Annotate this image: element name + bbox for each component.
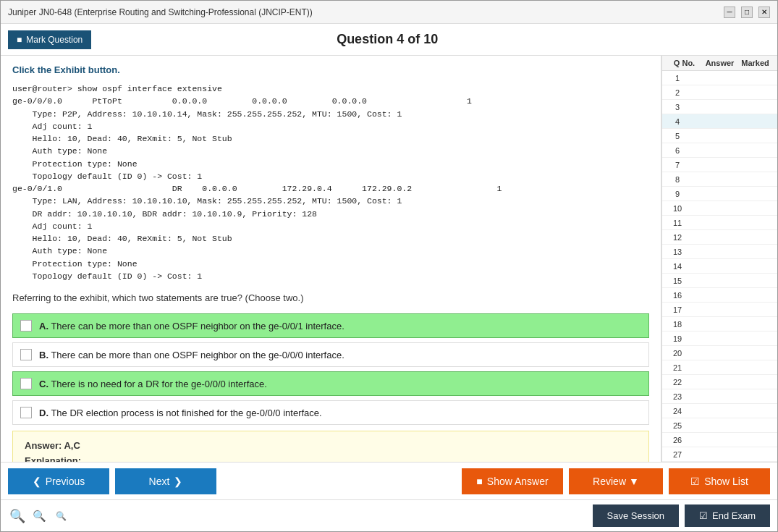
sidebar-row[interactable]: 11 [662,216,777,230]
sidebar-row[interactable]: 15 [662,274,777,288]
question-title: Question 4 of 10 [337,32,438,47]
toolbar: ■ Mark Question Question 4 of 10 [1,24,777,56]
bottom-buttons: ❮ Previous Next ❯ ■ Show Answer Review ▼… [1,462,777,499]
main-window: Juniper JN0-648 (Enterprise Routing and … [0,0,778,532]
show-answer-button[interactable]: ■ Show Answer [462,468,563,494]
sidebar-qno: 8 [667,175,688,184]
checkbox-d[interactable] [20,407,32,418]
sidebar-qno: 11 [667,219,688,227]
review-arrow-icon: ▼ [629,476,639,487]
maximize-button[interactable]: □ [741,7,753,18]
checkbox-a[interactable] [20,320,32,332]
sidebar-row[interactable]: 10 [662,201,777,216]
sidebar-qno: 12 [667,233,688,242]
sidebar-row[interactable]: 4 [662,114,777,129]
sidebar-row[interactable]: 1 [662,71,777,85]
zoom-in-button[interactable]: 🔍 [8,507,27,525]
answer-section: Answer: A,C Explanation: [12,431,649,462]
save-session-button[interactable]: Save Session [593,504,680,527]
sidebar-qno: 16 [667,291,688,300]
sidebar-rows: 1 2 3 4 5 6 7 8 9 10 11 [662,71,777,462]
sidebar-row[interactable]: 27 [662,447,777,462]
exhibit-link[interactable]: Exhibit [54,64,85,75]
title-bar: Juniper JN0-648 (Enterprise Routing and … [1,1,777,24]
sidebar-row[interactable]: 22 [662,375,777,389]
sidebar-row[interactable]: 5 [662,129,777,143]
sidebar-row[interactable]: 14 [662,259,777,274]
sidebar-row[interactable]: 3 [662,100,777,114]
sidebar-row[interactable]: 13 [662,245,777,259]
show-list-button[interactable]: ☑ Show List [669,468,770,494]
checkbox-b[interactable] [20,349,32,360]
review-button[interactable]: Review ▼ [569,468,663,494]
minimize-button[interactable]: ─ [724,7,735,18]
next-button[interactable]: Next ❯ [115,468,216,494]
sidebar-row[interactable]: 16 [662,288,777,303]
sidebar-qno: 21 [667,363,688,372]
sidebar-header-marked: Marked [737,59,773,67]
sidebar-qno: 5 [667,132,688,140]
sidebar-qno: 18 [667,320,688,329]
end-exam-button[interactable]: ☑ End Exam [685,504,770,527]
checkbox-c[interactable] [20,378,32,389]
sidebar-row[interactable]: 8 [662,172,777,187]
option-d-text: D. The DR election process is not finish… [39,408,322,418]
sidebar-qno: 7 [667,161,688,169]
end-exam-icon: ☑ [699,510,708,521]
window-controls: ─ □ ✕ [724,7,770,18]
zoom-normal-button[interactable]: 🔍 [30,507,48,525]
zoom-out-button[interactable]: 🔍 [51,507,70,525]
explanation-label: Explanation: [25,455,637,462]
sidebar-row[interactable]: 18 [662,317,777,332]
sidebar-qno: 23 [667,392,688,401]
question-text: Referring to the exhibit, which two stat… [12,292,649,303]
option-a[interactable]: A. There can be more than one OSPF neigh… [12,313,649,338]
sidebar-qno: 13 [667,248,688,256]
sidebar-row[interactable]: 24 [662,404,777,418]
option-b-text: B. There can be more than one OSPF neigh… [39,350,344,360]
sidebar-row[interactable]: 23 [662,389,777,404]
sidebar-header-qno: Q No. [667,59,702,67]
main-content: Click the Exhibit button. user@router> s… [1,56,777,462]
sidebar-row[interactable]: 20 [662,346,777,360]
sidebar-row[interactable]: 2 [662,85,777,100]
prev-arrow-icon: ❮ [33,476,41,487]
sidebar-qno: 10 [667,204,688,213]
sidebar-row[interactable]: 21 [662,360,777,375]
sidebar-qno: 19 [667,334,688,343]
sidebar-row[interactable]: 12 [662,230,777,245]
sidebar-header-answer: Answer [702,59,737,67]
option-c[interactable]: C. There is no need for a DR for the ge-… [12,371,649,396]
code-block: user@router> show ospf interface extensi… [12,83,649,282]
mark-question-button[interactable]: ■ Mark Question [8,30,91,49]
sidebar-qno: 27 [667,450,688,459]
option-a-text: A. There can be more than one OSPF neigh… [39,321,344,332]
next-arrow-icon: ❯ [174,476,182,487]
sidebar-qno: 25 [667,421,688,430]
sidebar-qno: 9 [667,190,688,198]
close-button[interactable]: ✕ [758,7,770,18]
answer-label: Answer: A,C [25,440,637,451]
sidebar-row[interactable]: 7 [662,158,777,172]
sidebar-qno: 2 [667,88,688,97]
option-d[interactable]: D. The DR election process is not finish… [12,400,649,425]
sidebar-row[interactable]: 17 [662,303,777,317]
sidebar-row[interactable]: 25 [662,418,777,433]
show-answer-icon: ■ [476,476,482,487]
sidebar-qno: 15 [667,276,688,285]
sidebar-row[interactable]: 26 [662,433,777,447]
exhibit-intro: Click the Exhibit button. [12,64,649,75]
right-bottom-buttons: Save Session ☑ End Exam [593,504,770,527]
sidebar-qno: 6 [667,146,688,155]
previous-button[interactable]: ❮ Previous [8,468,109,494]
sidebar-header: Q No. Answer Marked [662,56,777,71]
sidebar-row[interactable]: 6 [662,143,777,158]
sidebar-row[interactable]: 9 [662,187,777,201]
option-b[interactable]: B. There can be more than one OSPF neigh… [12,342,649,367]
sidebar-row[interactable]: 19 [662,332,777,346]
show-list-icon: ☑ [690,476,700,487]
sidebar-qno: 20 [667,349,688,358]
sidebar-qno: 3 [667,103,688,111]
question-area: Click the Exhibit button. user@router> s… [1,56,661,462]
sidebar-qno: 24 [667,407,688,415]
